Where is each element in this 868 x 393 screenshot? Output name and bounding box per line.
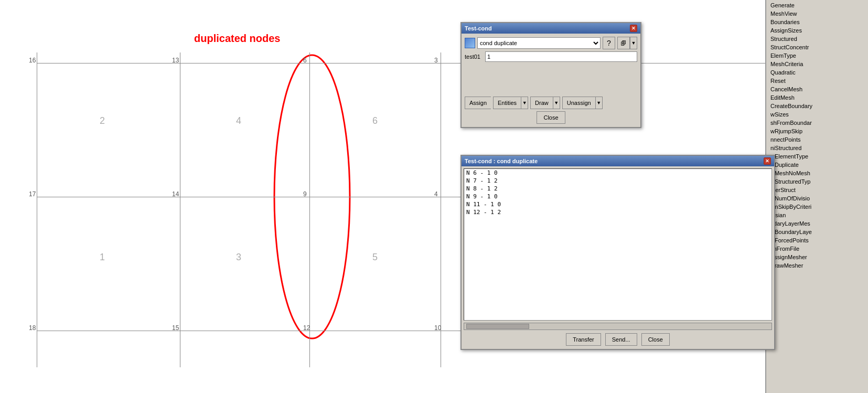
grid-line-h1: [37, 63, 765, 63]
label-17: 17: [29, 190, 36, 198]
list-item[interactable]: N 9 - 1 0: [464, 193, 771, 200]
sidebar-item-assignmesher[interactable]: AssignMesher: [766, 253, 868, 261]
label-6: 6: [303, 57, 307, 64]
sidebar-item-ignskipbycriteri[interactable]: ignSkipByCriteri: [766, 203, 868, 211]
grid-line-v1: [37, 52, 37, 367]
scrollbar-thumb: [466, 324, 529, 329]
field-input[interactable]: [485, 51, 637, 62]
region-5: 5: [372, 252, 378, 263]
dialog-condlist-close-x[interactable]: ✕: [764, 157, 771, 165]
sidebar-item-ndarylayermes[interactable]: ndaryLayerMes: [766, 219, 868, 228]
grid-line-v3: [309, 52, 310, 367]
unassign-button[interactable]: Unassign: [562, 97, 595, 109]
sidebar-item-createboundary[interactable]: CreateBoundary: [766, 102, 868, 110]
sidebar-item-tesian[interactable]: tesian: [766, 211, 868, 219]
horizontal-scrollbar[interactable]: [464, 323, 772, 330]
sidebar-item-assignsizes[interactable]: AssignSizes: [766, 26, 868, 35]
region-3: 3: [236, 252, 241, 263]
sidebar-item-structconcentr[interactable]: StructConcentr: [766, 43, 868, 51]
sidebar-item-meshcriteria[interactable]: MeshCriteria: [766, 60, 868, 68]
sidebar-item-wforcedpoints[interactable]: wForcedPoints: [766, 236, 868, 245]
sidebar-item-wnumofdivisio[interactable]: wNumOfDivisio: [766, 194, 868, 203]
sidebar-item-nistructured[interactable]: niStructured: [766, 144, 868, 152]
send-button[interactable]: Send...: [605, 333, 637, 346]
sidebar-item-elemtype[interactable]: ElemType: [766, 51, 868, 60]
label-9: 9: [303, 190, 307, 198]
dialog-condlist-title: Test-cond : cond duplicate: [465, 158, 538, 164]
sidebar-item-wrjumpskip[interactable]: wRjumpSkip: [766, 127, 868, 135]
sidebar-item-meshview[interactable]: MeshView: [766, 9, 868, 18]
label-10: 10: [434, 324, 441, 332]
label-4: 4: [434, 190, 438, 198]
label-13: 13: [172, 57, 179, 64]
sidebar-item-wsizes[interactable]: wSizes: [766, 110, 868, 119]
label-18: 18: [29, 324, 36, 332]
list-item[interactable]: N 7 - 1 2: [464, 177, 771, 185]
assign-button[interactable]: Assign: [465, 97, 491, 109]
entities-button[interactable]: Entities: [493, 97, 521, 109]
unassign-btn-group: Unassign ▼: [562, 97, 603, 109]
list-item[interactable]: N 8 - 1 2: [464, 185, 771, 193]
sidebar-item-cancelmesh[interactable]: CancelMesh: [766, 85, 868, 93]
testcond-dropdown[interactable]: cond duplicate: [477, 37, 601, 49]
duplicated-nodes-label: duplicated nodes: [194, 33, 280, 45]
grid-line-v4: [441, 52, 441, 367]
draw-btn-group: Draw ▼: [530, 97, 560, 109]
region-2: 2: [100, 115, 105, 126]
copy-button[interactable]: 🗐: [617, 37, 630, 49]
sidebar-item-reset[interactable]: Reset: [766, 77, 868, 85]
label-16: 16: [29, 57, 36, 64]
sidebar-item-editmesh[interactable]: EditMesh: [766, 93, 868, 102]
label-12: 12: [303, 324, 310, 332]
label-14: 14: [172, 190, 179, 198]
sidebar-item-structured[interactable]: Structured: [766, 35, 868, 43]
sidebar-item-drawmesher[interactable]: DrawMesher: [766, 261, 868, 270]
sidebar-item-quadratic[interactable]: Quadratic: [766, 68, 868, 77]
entities-arrow[interactable]: ▼: [521, 97, 528, 109]
sidebar-item-generate[interactable]: Generate: [766, 1, 868, 9]
unassign-arrow[interactable]: ▼: [595, 97, 603, 109]
label-3: 3: [434, 57, 438, 64]
entities-btn-group: Entities ▼: [493, 97, 528, 109]
dialog-testcond-titlebar[interactable]: Test-cond ✕: [462, 23, 640, 34]
sidebar-item-shfromboundar[interactable]: shFromBoundar: [766, 119, 868, 127]
region-4: 4: [236, 115, 241, 126]
dialog-testcond-close-x[interactable]: ✕: [630, 25, 637, 32]
list-item[interactable]: N 6 - 1 0: [464, 169, 771, 177]
grid-line-v2: [180, 52, 180, 367]
list-item[interactable]: N 12 - 1 2: [464, 208, 771, 216]
sidebar-item-wstructuredtyp[interactable]: wStructuredTyp: [766, 177, 868, 186]
list-item[interactable]: N 11 - 1 0: [464, 200, 771, 208]
sidebar-item-wduplicate[interactable]: wDuplicate: [766, 161, 868, 169]
sidebar: GenerateMeshViewBoundariesAssignSizesStr…: [766, 0, 868, 393]
copy-arrow-button[interactable]: ▼: [630, 37, 637, 49]
testcond-close-button[interactable]: Close: [537, 111, 565, 124]
dialog-testcond-title: Test-cond: [465, 25, 492, 31]
sidebar-item-wboundarylaye[interactable]: wBoundaryLaye: [766, 228, 868, 236]
field-label: test01: [465, 54, 483, 60]
condlist-close-button[interactable]: Close: [641, 333, 670, 346]
transfer-button[interactable]: Transfer: [566, 333, 601, 346]
sidebar-item-welementtype[interactable]: wElementType: [766, 152, 868, 161]
draw-arrow[interactable]: ▼: [553, 97, 560, 109]
testcond-icon: [465, 38, 475, 48]
draw-button[interactable]: Draw: [530, 97, 553, 109]
condlist-list[interactable]: N 6 - 1 0N 7 - 1 2N 8 - 1 2N 9 - 1 0N 11…: [464, 168, 772, 321]
label-15: 15: [172, 324, 179, 332]
sidebar-item-shfromfile[interactable]: shFromFile: [766, 245, 868, 253]
sidebar-item-nterstruct[interactable]: nterStruct: [766, 186, 868, 194]
assign-btn-group: Assign: [465, 97, 491, 109]
dialog-condlist-titlebar[interactable]: Test-cond : cond duplicate ✕: [462, 156, 774, 166]
region-6: 6: [372, 115, 378, 126]
help-button[interactable]: ?: [603, 37, 615, 49]
sidebar-item-boundaries[interactable]: Boundaries: [766, 18, 868, 26]
region-1: 1: [100, 252, 105, 263]
sidebar-item-wmeshnomesh[interactable]: wMeshNoMesh: [766, 169, 868, 177]
dialog-condlist: Test-cond : cond duplicate ✕ N 6 - 1 0N …: [460, 155, 775, 350]
dialog-testcond: Test-cond ✕ cond duplicate ? 🗐 ▼ test01 …: [460, 22, 641, 128]
sidebar-item-nnectpoints[interactable]: nnectPoints: [766, 135, 868, 144]
